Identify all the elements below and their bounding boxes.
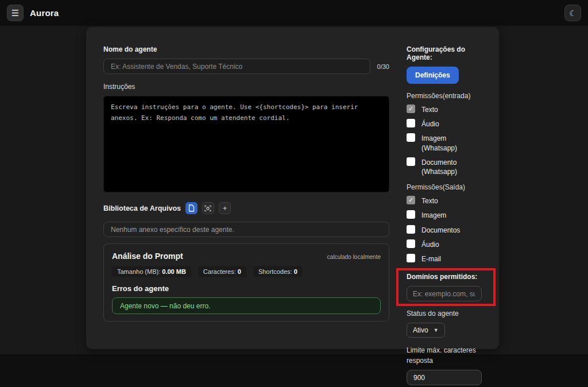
unchecked-checkbox-icon [407, 133, 415, 142]
chevron-down-icon: ▼ [434, 327, 439, 333]
checkbox-label: Documento (Whatsapp) [421, 157, 482, 176]
analysis-note: calculado localmente [327, 254, 381, 260]
prompt-analysis-panel: Análise do Prompt calculado localmente T… [103, 243, 389, 322]
checkbox-input-imagem-whatsapp[interactable]: Imagem (Whatsapp) [407, 133, 482, 152]
agent-status-select[interactable]: Ativo ▼ [407, 323, 445, 338]
checkbox-label: Áudio [421, 239, 439, 249]
attachments-empty-box: Nenhum anexo específico deste agente. [103, 222, 389, 237]
agent-name-label: Nome do agente [103, 45, 389, 53]
stat-shortcodes: Shortcodes: 0 [253, 266, 303, 277]
stat-size: Tamanho (MB): 0.00 MB [112, 266, 191, 277]
checkbox-label: Imagem [421, 210, 446, 220]
checkbox-label: Áudio [421, 119, 439, 129]
form-main-column: Nome do agente 0/30 Instruções Bibliotec… [103, 45, 389, 349]
permissions-input-title: Permissões(entrada) [407, 92, 482, 100]
plus-icon: + [223, 204, 227, 212]
checkbox-output-texto[interactable]: ✓ Texto [407, 196, 482, 206]
checkbox-label: E-mail [421, 254, 441, 264]
checkbox-label: Texto [421, 105, 438, 114]
checkbox-output-imagem[interactable]: Imagem [407, 210, 482, 220]
document-upload-button[interactable] [185, 202, 198, 214]
agent-status-label: Status do agente [407, 309, 482, 318]
agent-errors-title: Erros do agente [112, 284, 381, 293]
instructions-textarea[interactable] [103, 96, 389, 192]
moon-icon: ☾ [569, 9, 577, 18]
agent-settings-label: Configurações do Agente: [407, 45, 482, 61]
checked-checkbox-icon: ✓ [407, 196, 415, 204]
stat-size-value: 0.00 MB [162, 268, 186, 275]
file-library-label: Biblioteca de Arquivos [103, 204, 181, 212]
definitions-button[interactable]: Definições [407, 67, 459, 84]
stat-characters-value: 0 [238, 268, 241, 275]
checkbox-label: Documentos [421, 225, 460, 235]
unchecked-checkbox-icon [407, 119, 415, 127]
checked-checkbox-icon: ✓ [407, 105, 415, 113]
hamburger-menu-icon: ☰ [11, 9, 19, 17]
checkbox-input-audio[interactable]: Áudio [407, 119, 482, 129]
top-bar: ☰ Aurora ☾ [0, 0, 588, 26]
permissions-output-title: Permissões(Saída) [407, 183, 482, 191]
unchecked-checkbox-icon [407, 254, 415, 262]
scan-icon [204, 205, 211, 212]
allowed-domains-input[interactable] [407, 286, 482, 301]
unchecked-checkbox-icon [407, 157, 415, 166]
allowed-domains-group: Domínios permitidos: [407, 273, 482, 301]
agent-status-alert: Agente novo — não deu erro. [112, 297, 381, 314]
checkbox-input-documento-whatsapp[interactable]: Documento (Whatsapp) [407, 157, 482, 176]
char-limit-label: Limite máx. caracteres resposta [407, 345, 482, 366]
checkbox-output-audio[interactable]: Áudio [407, 239, 482, 249]
checkbox-input-texto[interactable]: ✓ Texto [407, 105, 482, 114]
unchecked-checkbox-icon [407, 239, 415, 248]
form-side-column: Configurações do Agente: Definições Perm… [407, 45, 482, 349]
agent-form-card: Nome do agente 0/30 Instruções Bibliotec… [86, 27, 499, 349]
stat-size-label: Tamanho (MB): [117, 268, 160, 275]
checkbox-output-documentos[interactable]: Documentos [407, 225, 482, 235]
stat-characters: Caracteres: 0 [198, 266, 246, 277]
agent-name-input[interactable] [103, 59, 370, 74]
stat-shortcodes-value: 0 [294, 268, 297, 275]
checkbox-label: Imagem (Whatsapp) [421, 133, 482, 152]
char-limit-input[interactable] [407, 370, 482, 385]
unchecked-checkbox-icon [407, 210, 415, 219]
stat-shortcodes-label: Shortcodes: [258, 268, 292, 275]
permissions-output-list: ✓ Texto Imagem Documentos Áudio E- [407, 196, 482, 264]
permissions-input-list: ✓ Texto Áudio Imagem (Whatsapp) Document… [407, 105, 482, 176]
checkbox-output-email[interactable]: E-mail [407, 254, 482, 264]
unchecked-checkbox-icon [407, 225, 415, 234]
file-icon [188, 204, 195, 212]
app-title: Aurora [30, 8, 59, 18]
checkbox-label: Texto [421, 196, 438, 206]
allowed-domains-label: Domínios permitidos: [407, 273, 482, 281]
page-background: Nome do agente 0/30 Instruções Bibliotec… [0, 26, 588, 354]
theme-toggle-button[interactable]: ☾ [564, 5, 581, 21]
stat-characters-label: Caracteres: [203, 268, 236, 275]
analysis-title: Análise do Prompt [112, 251, 183, 261]
instructions-label: Instruções [103, 83, 389, 91]
scan-image-button[interactable] [202, 202, 214, 214]
char-counter: 0/30 [377, 63, 389, 70]
add-file-button[interactable]: + [219, 202, 231, 214]
menu-button[interactable]: ☰ [7, 5, 24, 21]
status-selected-value: Ativo [413, 326, 428, 334]
